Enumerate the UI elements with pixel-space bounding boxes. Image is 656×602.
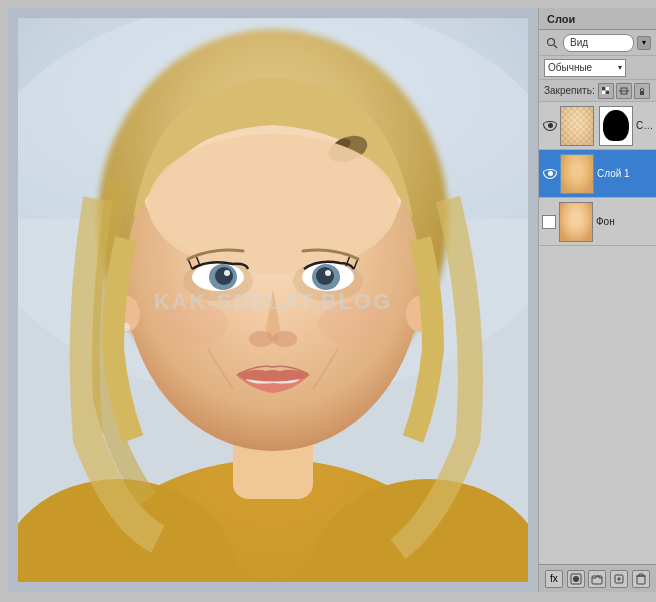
- svg-rect-43: [592, 576, 602, 584]
- lock-label: Закрепить:: [544, 85, 595, 96]
- layer-name-2: Слой 2: [636, 120, 653, 131]
- layer-search-row[interactable]: Вид ▾: [539, 30, 656, 56]
- svg-rect-37: [606, 87, 609, 90]
- svg-point-23: [325, 270, 331, 276]
- svg-rect-47: [637, 576, 645, 584]
- lock-image-btn[interactable]: [616, 83, 632, 99]
- layer-name-bg: Фон: [596, 216, 653, 227]
- lock-options: [598, 83, 650, 99]
- svg-point-13: [148, 134, 398, 274]
- layer-filter-text: Вид: [568, 37, 588, 48]
- canvas-area: KAK-SDELAT.BLOG: [8, 8, 538, 592]
- layer-row-bg[interactable]: Фон: [539, 198, 656, 246]
- portrait-image: KAK-SDELAT.BLOG: [18, 18, 528, 582]
- layer-name-1: Слой 1: [597, 168, 653, 179]
- svg-point-32: [548, 38, 555, 45]
- svg-point-18: [215, 267, 233, 285]
- svg-line-33: [554, 45, 557, 48]
- layers-list: Слой 2 Слой 1 Фон: [539, 102, 656, 246]
- svg-point-42: [573, 576, 579, 582]
- filter-dropdown-arrow[interactable]: ▾: [637, 36, 651, 50]
- svg-rect-35: [606, 91, 609, 94]
- svg-point-19: [224, 270, 230, 276]
- layer-mask-thumb-2: [599, 106, 633, 146]
- search-icon: [544, 35, 560, 51]
- layers-panel-header: Слои: [539, 8, 656, 30]
- svg-point-22: [316, 267, 334, 285]
- layers-panel-title: Слои: [547, 13, 575, 25]
- layer-visibility-2[interactable]: [542, 118, 558, 134]
- layer-filter-input[interactable]: Вид: [563, 34, 634, 52]
- layer-thumb-2: [560, 106, 594, 146]
- lock-row: Закрепить:: [539, 80, 656, 102]
- photo-canvas: KAK-SDELAT.BLOG: [18, 18, 528, 582]
- lock-transparent-btn[interactable]: [598, 83, 614, 99]
- fx-button[interactable]: fx: [545, 570, 563, 588]
- svg-rect-40: [640, 91, 644, 95]
- blend-mode-row: Обычные: [539, 56, 656, 80]
- layer-visibility-bg[interactable]: [542, 215, 556, 229]
- lock-position-btn[interactable]: [634, 83, 650, 99]
- eye-icon-2: [543, 121, 557, 131]
- layer-row-1[interactable]: Слой 1: [539, 150, 656, 198]
- layer-thumb-1: [560, 154, 594, 194]
- blend-mode-wrapper[interactable]: Обычные: [544, 59, 651, 77]
- blend-mode-select[interactable]: Обычные: [544, 59, 626, 77]
- layer-visibility-1[interactable]: [542, 166, 558, 182]
- new-group-button[interactable]: [588, 570, 606, 588]
- layer-row-2[interactable]: Слой 2: [539, 102, 656, 150]
- new-layer-button[interactable]: [610, 570, 628, 588]
- svg-rect-36: [602, 91, 605, 94]
- panel-bottom-toolbar: fx: [539, 564, 656, 592]
- layers-panel: Слои Вид ▾ Обычные Закрепить:: [538, 8, 656, 592]
- svg-text:KAK-SDELAT.BLOG: KAK-SDELAT.BLOG: [154, 289, 393, 314]
- svg-point-24: [249, 331, 273, 347]
- svg-rect-34: [602, 87, 605, 90]
- blend-mode-value: Обычные: [548, 62, 592, 73]
- delete-layer-button[interactable]: [632, 570, 650, 588]
- svg-point-25: [273, 331, 297, 347]
- layer-thumb-bg: [559, 202, 593, 242]
- add-mask-button[interactable]: [567, 570, 585, 588]
- eye-icon-1: [543, 169, 557, 179]
